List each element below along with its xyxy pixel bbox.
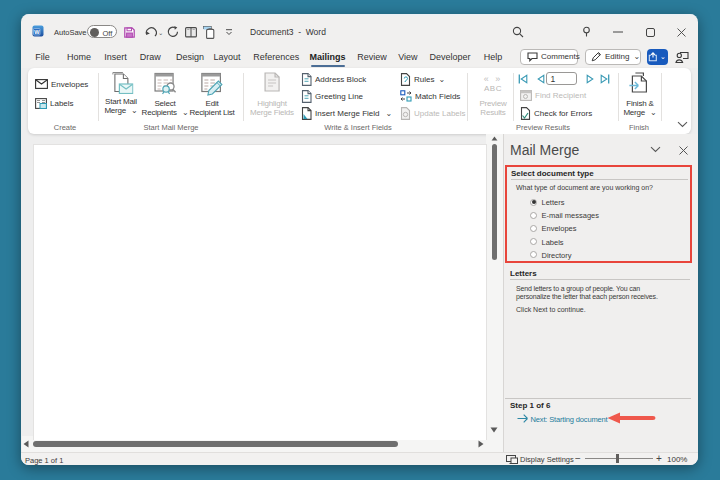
svg-text:W: W: [34, 28, 40, 34]
